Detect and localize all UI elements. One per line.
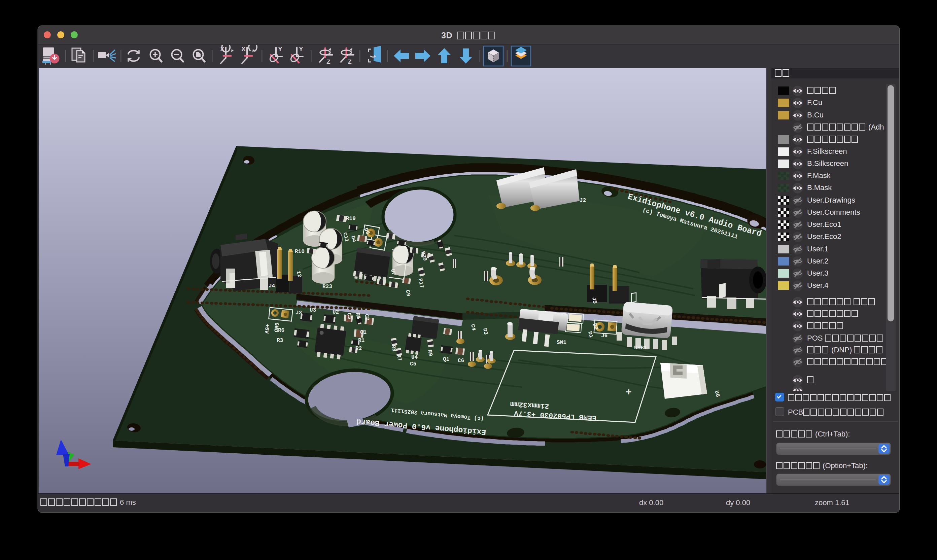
- svg-text:R23: R23: [322, 284, 332, 290]
- svg-text:+: +: [626, 387, 632, 398]
- svg-text:Y: Y: [299, 45, 303, 52]
- svg-text:U2: U2: [332, 309, 339, 315]
- svg-text:J4: J4: [269, 283, 275, 289]
- svg-text:D3: D3: [482, 328, 489, 335]
- svg-text:R5: R5: [354, 312, 362, 320]
- svg-text:C6: C6: [458, 358, 464, 364]
- svg-text:U4: U4: [411, 354, 418, 360]
- svg-text:J6: J6: [601, 333, 608, 339]
- svg-text:C5: C5: [410, 361, 416, 367]
- svg-text:GND: GND: [272, 322, 280, 332]
- svg-text:C3: C3: [346, 312, 353, 320]
- svg-text:J5: J5: [591, 297, 598, 304]
- svg-text:R3: R3: [277, 338, 283, 344]
- svg-text:R7: R7: [395, 354, 403, 362]
- svg-text:R2: R2: [355, 346, 362, 352]
- svg-text:+5V: +5V: [263, 323, 270, 334]
- svg-text:C9: C9: [404, 289, 411, 297]
- svg-text:SW1: SW1: [557, 340, 566, 346]
- svg-text:C1: C1: [360, 329, 366, 335]
- svg-text:U3: U3: [310, 307, 316, 313]
- svg-text:Y: Y: [278, 45, 282, 52]
- svg-text:Z: Z: [348, 58, 352, 65]
- svg-text:USB1: USB1: [634, 345, 647, 351]
- svg-text:Z: Z: [326, 58, 331, 65]
- svg-text:J2: J2: [580, 198, 586, 204]
- svg-text:J3: J3: [295, 310, 302, 316]
- svg-text:R10: R10: [295, 249, 305, 255]
- svg-text:R1: R1: [358, 338, 365, 344]
- svg-text:R8: R8: [390, 345, 397, 352]
- svg-text:C4: C4: [469, 324, 477, 331]
- svg-text:R19: R19: [346, 216, 356, 222]
- svg-text:R9: R9: [426, 349, 434, 357]
- svg-text:C2: C2: [363, 314, 370, 321]
- svg-text:X: X: [241, 45, 246, 52]
- svg-text:Q1: Q1: [443, 356, 449, 362]
- svg-text:U7: U7: [389, 269, 397, 276]
